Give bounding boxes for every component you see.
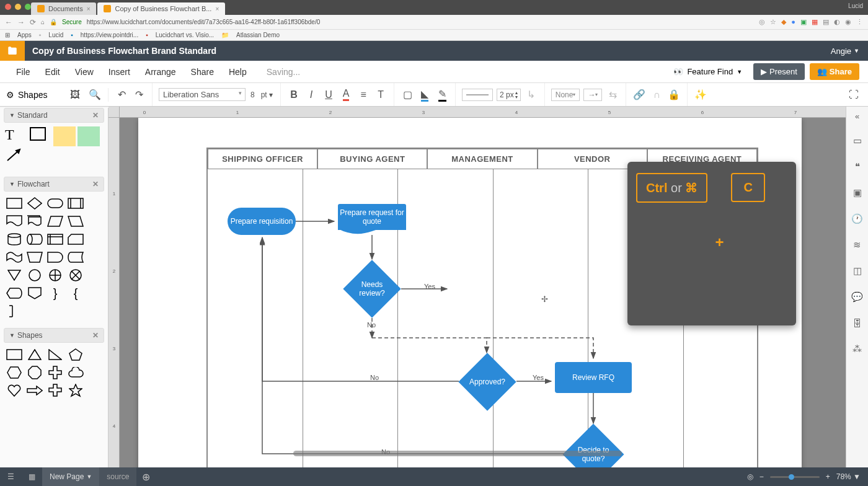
panel-header-standard[interactable]: ▼Standard✕: [4, 108, 104, 123]
fc-document[interactable]: [5, 213, 24, 229]
master-icon[interactable]: ◫: [851, 265, 864, 277]
fc-merge[interactable]: [5, 267, 24, 283]
swap-icon[interactable]: ⇆: [606, 88, 619, 102]
fc-predefined[interactable]: [66, 195, 85, 211]
magnet-icon[interactable]: ∩: [650, 88, 663, 102]
comment-icon[interactable]: ❝: [851, 161, 864, 173]
fc-card[interactable]: [66, 231, 85, 247]
redo-icon[interactable]: ↷: [132, 88, 146, 102]
shape-review-rfq[interactable]: Review RFQ: [555, 362, 632, 393]
grid-view-icon[interactable]: ▦: [21, 472, 42, 481]
line-style-select[interactable]: [462, 89, 493, 101]
sh-star[interactable]: [66, 382, 85, 399]
lane-header[interactable]: BUYING AGENT: [317, 149, 427, 169]
present-button[interactable]: ▶ Present: [753, 63, 805, 80]
history-icon[interactable]: 🕐: [851, 213, 864, 225]
lane-header[interactable]: SHIPPING OFFICER: [208, 149, 317, 169]
zoom-out-icon[interactable]: −: [760, 472, 764, 481]
line-route-icon[interactable]: ↳: [525, 88, 538, 102]
document-title[interactable]: Copy of Business Flowchart Brand Standar…: [25, 46, 831, 56]
fc-internal[interactable]: [46, 231, 64, 247]
data-icon[interactable]: 🗄: [851, 317, 864, 329]
fc-database[interactable]: [5, 231, 24, 247]
forward-icon[interactable]: →: [17, 18, 25, 27]
line-width-select[interactable]: 2 px▴▾: [497, 89, 521, 101]
italic-icon[interactable]: I: [304, 88, 318, 102]
fc-directdata[interactable]: [25, 231, 44, 247]
url-text[interactable]: https://www.lucidchart.com/documents/edi…: [87, 19, 863, 25]
sh-rtriangle[interactable]: [46, 347, 64, 363]
close-icon[interactable]: ✕: [92, 331, 99, 340]
fc-or[interactable]: [46, 267, 64, 283]
reload-icon[interactable]: ⟳: [30, 18, 36, 27]
window-controls[interactable]: [5, 4, 31, 10]
sh-pentagon[interactable]: [66, 347, 85, 363]
fc-note[interactable]: [5, 303, 24, 319]
page-tab[interactable]: New Page ▼: [42, 467, 99, 486]
shape-prepare-rfq[interactable]: Prepare request for quote: [338, 204, 406, 230]
horizontal-scrollbar[interactable]: [293, 451, 622, 456]
sh-rightarrow[interactable]: [25, 382, 44, 399]
arrow-start-select[interactable]: None ▾: [551, 89, 580, 101]
fc-sum[interactable]: [66, 267, 85, 283]
lane-header[interactable]: MANAGEMENT: [427, 149, 537, 169]
font-select[interactable]: Liberation Sans: [159, 88, 246, 101]
fc-data[interactable]: [46, 213, 64, 229]
bookmark-bar[interactable]: ⊞Apps ▫Lucid ▪https://view.pointdri... ▪…: [0, 30, 868, 41]
add-page-button[interactable]: ⊕: [136, 471, 155, 483]
browser-tab-active[interactable]: Copy of Business Flowchart B...×: [97, 2, 225, 15]
link-icon[interactable]: 🔗: [632, 88, 646, 102]
panel-header-shapes[interactable]: ▼Shapes✕: [4, 328, 104, 343]
menu-insert[interactable]: Insert: [101, 67, 138, 77]
zoom-slider[interactable]: [770, 476, 820, 478]
menu-view[interactable]: View: [68, 67, 101, 77]
fullscreen-icon[interactable]: ⛶: [847, 88, 861, 102]
fc-decision[interactable]: [25, 195, 44, 211]
lock-icon[interactable]: 🔒: [667, 88, 681, 102]
collapse-icon[interactable]: «: [855, 112, 859, 121]
menu-help[interactable]: Help: [221, 67, 254, 77]
menu-file[interactable]: File: [9, 67, 38, 77]
fc-manual[interactable]: [25, 249, 44, 265]
text-size-icon[interactable]: T: [374, 88, 388, 102]
arrow-shape[interactable]: [5, 148, 27, 168]
sh-heart[interactable]: [5, 382, 24, 399]
fc-data2[interactable]: [66, 213, 85, 229]
menu-arrange[interactable]: Arrange: [138, 67, 184, 77]
user-menu[interactable]: Angie ▼: [831, 46, 868, 56]
search-icon[interactable]: 🔍: [88, 88, 102, 102]
back-icon[interactable]: ←: [5, 18, 12, 27]
text-shape[interactable]: T: [5, 126, 27, 146]
fc-process[interactable]: [5, 195, 24, 211]
sh-doublearrow[interactable]: [46, 382, 64, 399]
sh-triangle[interactable]: [25, 347, 44, 363]
shape-fill-icon[interactable]: ▢: [401, 88, 414, 102]
shape-prepare-requisition[interactable]: Prepare requisition: [228, 208, 296, 235]
fc-terminator[interactable]: [46, 195, 64, 211]
close-icon[interactable]: ✕: [92, 180, 99, 188]
zoom-value[interactable]: 78% ▼: [836, 472, 861, 481]
sh-rect[interactable]: [5, 347, 24, 363]
feature-find-button[interactable]: 👀 Feature Find ▼: [667, 67, 748, 76]
image-icon[interactable]: 🖼: [68, 88, 82, 102]
fc-display[interactable]: [5, 285, 24, 301]
arrow-end-select[interactable]: → ▾: [583, 89, 602, 101]
align-icon[interactable]: ≡: [356, 88, 370, 102]
wand-icon[interactable]: ✨: [694, 88, 707, 102]
source-tab[interactable]: source: [99, 467, 136, 486]
fill-color-icon[interactable]: ◣: [418, 88, 432, 102]
fc-delay[interactable]: [46, 249, 64, 265]
browser-tab[interactable]: Documents×: [31, 2, 96, 15]
present-icon[interactable]: ▣: [851, 187, 864, 199]
menu-share[interactable]: Share: [184, 67, 221, 77]
font-size-input[interactable]: 8: [249, 89, 256, 100]
page-icon[interactable]: ▭: [851, 135, 864, 147]
font-unit-select[interactable]: pt ▾: [260, 89, 274, 100]
chat-icon[interactable]: 💬: [851, 291, 864, 303]
logo-icon[interactable]: [0, 41, 25, 61]
sparkle-icon[interactable]: ⁂: [851, 343, 864, 355]
sh-hexagon[interactable]: [5, 365, 24, 381]
underline-icon[interactable]: U: [322, 88, 335, 102]
bold-icon[interactable]: B: [287, 88, 301, 102]
sh-cross[interactable]: [46, 365, 64, 381]
